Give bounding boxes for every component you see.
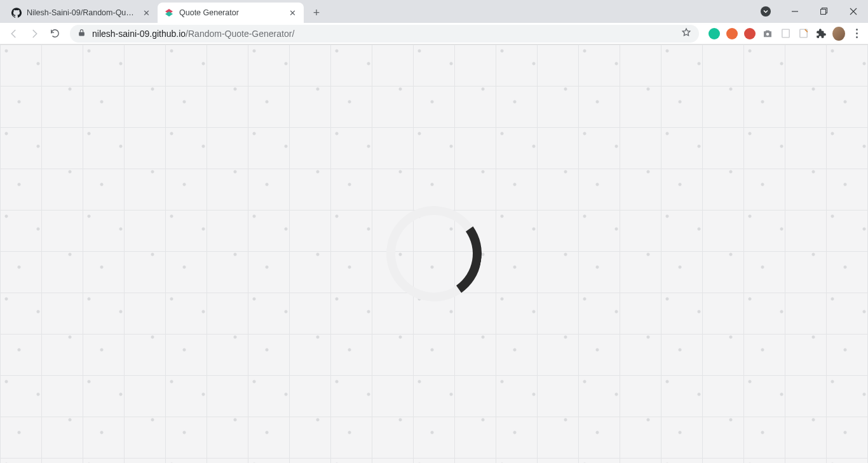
tab-title: Nilesh-Saini-09/Random-Quote- — [27, 8, 136, 17]
extensions-row — [705, 27, 863, 40]
tab-quote-generator[interactable]: Quote Generator ✕ — [158, 3, 304, 23]
loading-spinner-icon — [379, 198, 489, 309]
window-controls — [751, 0, 868, 23]
github-icon — [11, 8, 22, 18]
forward-button[interactable] — [25, 25, 43, 43]
lock-icon — [78, 28, 86, 39]
new-tab-button[interactable]: + — [308, 4, 325, 22]
extension-clip-icon[interactable] — [797, 27, 810, 40]
svg-rect-6 — [782, 29, 789, 38]
chrome-menu-icon[interactable] — [850, 29, 863, 38]
svg-point-5 — [766, 32, 770, 36]
back-button[interactable] — [5, 25, 23, 43]
close-icon[interactable]: ✕ — [141, 8, 151, 18]
url-host: nilesh-saini-09.github.io — [92, 29, 186, 39]
page-viewport — [0, 45, 868, 463]
extension-recorder-icon[interactable] — [743, 27, 756, 40]
extension-blocker-icon[interactable] — [726, 27, 738, 40]
extension-screenshot-icon[interactable] — [761, 27, 774, 40]
tab-title: Quote Generator — [179, 8, 282, 17]
reload-button[interactable] — [46, 25, 64, 43]
url-text: nilesh-saini-09.github.io/Random-Quote-G… — [92, 29, 675, 39]
svg-rect-4 — [821, 10, 826, 15]
url-path: /Random-Quote-Generator/ — [186, 29, 294, 39]
profile-avatar[interactable] — [832, 27, 845, 40]
extensions-menu-icon[interactable] — [815, 27, 827, 40]
tab-search-button[interactable] — [751, 0, 780, 23]
maximize-button[interactable] — [810, 0, 839, 23]
minimize-button[interactable] — [780, 0, 810, 23]
extension-grammarly-icon[interactable] — [708, 27, 721, 40]
browser-toolbar: nilesh-saini-09.github.io/Random-Quote-G… — [0, 23, 868, 45]
close-icon[interactable]: ✕ — [287, 8, 297, 18]
svg-marker-1 — [165, 11, 173, 17]
extension-note-icon[interactable] — [779, 27, 792, 40]
codepen-icon — [164, 8, 174, 18]
address-bar[interactable]: nilesh-saini-09.github.io/Random-Quote-G… — [70, 25, 699, 43]
close-window-button[interactable] — [839, 0, 868, 23]
tab-strip: Nilesh-Saini-09/Random-Quote- ✕ Quote Ge… — [0, 0, 868, 23]
bookmark-icon[interactable] — [681, 27, 691, 40]
tab-github[interactable]: Nilesh-Saini-09/Random-Quote- ✕ — [5, 3, 158, 23]
